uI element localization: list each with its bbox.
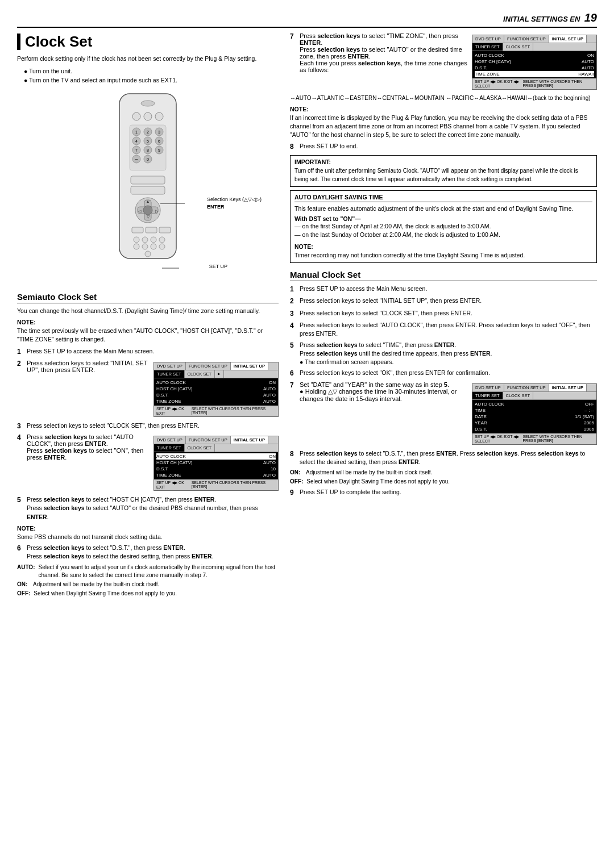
remote-area: 1 2 3 4 5 6 7 xyxy=(17,91,279,285)
dst-on-label: With DST set to "ON"— xyxy=(294,215,361,222)
row-auto-clock: AUTO CLOCK ON xyxy=(156,379,276,386)
step-5: 5 Press selection keys to select "HOST C… xyxy=(17,495,279,521)
svg-text:6: 6 xyxy=(158,139,160,143)
svg-text:1: 1 xyxy=(135,130,138,134)
manual-step-6: 6 Press selection keys to select "OK", t… xyxy=(290,369,597,378)
note-2-text: Some PBS channels do not transmit clock … xyxy=(17,533,279,541)
ui-screen-1: DVD SET UP FUNCTION SET UP INITIAL SET U… xyxy=(154,362,279,417)
auto-item: AUTO: Select if you want to adjust your … xyxy=(17,564,279,579)
step-2-with-screen: 2 Press selection keys to select "INITIA… xyxy=(17,360,279,419)
svg-point-45 xyxy=(134,244,139,249)
svg-point-44 xyxy=(159,237,165,243)
bullet-item-1: Turn on the unit. xyxy=(24,67,279,76)
ui-screen-2: DVD SET UP FUNCTION SET UP INITIAL SET U… xyxy=(154,436,279,491)
screen-4: DVD SET UP FUNCTION SET UP INITIAL SET U… xyxy=(472,381,597,447)
header-title: INITIAL SETTINGS xyxy=(503,15,568,23)
svg-text:3: 3 xyxy=(158,130,160,134)
dst-line1: — on the first Sunday of April at 2:00 A… xyxy=(294,222,592,231)
note-r1-text: If an incorrect time is displayed by the… xyxy=(290,114,597,140)
page-header: INITIAL SETTINGS EN 19 xyxy=(17,11,597,28)
tab-clock-set: CLOCK SET xyxy=(185,370,215,378)
note-daylight: NOTE: xyxy=(294,243,592,250)
manual-step-7-text: Set "DATE" and "YEAR" in the same way as… xyxy=(300,381,467,447)
off-item: OFF: Select when Daylight Saving Time do… xyxy=(17,590,279,598)
manual-step-2: 2 Press selection keys to select "INITIA… xyxy=(290,297,597,306)
semiauto-body: You can change the host channel/D.S.T. (… xyxy=(17,307,279,315)
svg-point-3 xyxy=(144,112,152,120)
manual-step-4-text: Press selection keys to select "AUTO CLO… xyxy=(300,321,597,338)
setup-label: SET UP xyxy=(209,264,227,269)
svg-text:0: 0 xyxy=(147,157,149,161)
tab-dvd-setup: DVD SET UP xyxy=(154,362,186,370)
svg-text:9: 9 xyxy=(158,148,160,152)
page-title: Clock Set xyxy=(17,34,279,50)
bullet-item-2: Turn on the TV and select an input mode … xyxy=(24,76,279,85)
step-6-text: Press selection keys to select "D.S.T.",… xyxy=(27,544,279,561)
row-timezone: TIME ZONE AUTO xyxy=(156,398,276,404)
manual-step-3-text: Press selection keys to select "CLOCK SE… xyxy=(300,309,597,319)
screen-3: DVD SET UP FUNCTION SET UP INITIAL SET U… xyxy=(472,32,597,92)
ui-screen-4: DVD SET UP FUNCTION SET UP INITIAL SET U… xyxy=(472,383,597,445)
svg-rect-28 xyxy=(131,176,165,184)
step-3-text: Press selection keys to select "CLOCK SE… xyxy=(27,422,279,431)
important-title: IMPORTANT: xyxy=(294,158,592,165)
step-1: 1 Press SET UP to access the Main Menu s… xyxy=(17,347,279,357)
svg-text:2: 2 xyxy=(147,130,149,134)
svg-text:7: 7 xyxy=(135,148,138,152)
manual-step-8: 8 Press selection keys to select "D.S.T.… xyxy=(290,449,597,466)
tab-arrow: ▶ xyxy=(215,370,224,378)
daylight-box: AUTO DAYLIGHT SAVING TIME This feature e… xyxy=(290,190,597,263)
svg-point-4 xyxy=(155,112,163,120)
manual-step-9: 9 Press SET UP to complete the setting. xyxy=(290,488,597,498)
intro-text: Perform clock setting only if the clock … xyxy=(17,55,279,63)
row-dst: D.S.T. AUTO xyxy=(156,392,276,398)
screen-2: DVD SET UP FUNCTION SET UP INITIAL SET U… xyxy=(154,433,279,493)
svg-text:8: 8 xyxy=(147,148,149,152)
page: INITIAL SETTINGS EN 19 Clock Set Perform… xyxy=(0,0,614,868)
svg-text:5: 5 xyxy=(147,139,149,143)
manual-step-7-area: 7 Set "DATE" and "YEAR" in the same way … xyxy=(290,381,597,447)
semiauto-steps: 1 Press SET UP to access the Main Menu s… xyxy=(17,347,279,597)
svg-point-46 xyxy=(142,244,148,249)
dst-line2: — on the last Sunday of October at 2:00 … xyxy=(294,231,592,239)
header-en: EN xyxy=(570,15,580,23)
important-box: IMPORTANT: Turn off the unit after perfo… xyxy=(290,155,597,187)
daylight-note: Timer recording may not function correct… xyxy=(294,251,592,260)
manual-section-title: Manual Clock Set xyxy=(290,270,597,281)
step-8-left: 8 Press SET UP to end. xyxy=(290,142,597,152)
step-8-left-text: Press SET UP to end. xyxy=(300,142,597,152)
step-7-area: 7 Press selection keys to select "TIME Z… xyxy=(290,32,597,92)
remote-svg: 1 2 3 4 5 6 7 xyxy=(102,91,193,284)
manual-step-6-text: Press selection keys to select "OK", the… xyxy=(300,369,597,378)
manual-step-1: 1 Press SET UP to access the Main Menu s… xyxy=(290,285,597,294)
timezone-sequence: ↔AUTO↔ATLANTIC↔EASTERN↔CENTRAL↔MOUNTAIN … xyxy=(290,94,597,102)
svg-point-1 xyxy=(141,101,155,106)
manual-step-8-text: Press selection keys to select "D.S.T.",… xyxy=(300,449,597,466)
note-label-1: NOTE: xyxy=(17,319,279,326)
svg-point-2 xyxy=(132,112,140,120)
svg-point-47 xyxy=(151,244,156,249)
manual-step-5-text: Press selection keys to select "TIME", t… xyxy=(300,341,597,367)
manual-steps: 1 Press SET UP to access the Main Menu s… xyxy=(290,285,597,498)
manual-step-3: 3 Press selection keys to select "CLOCK … xyxy=(290,309,597,319)
svg-rect-29 xyxy=(131,186,165,194)
step-3: 3 Press selection keys to select "CLOCK … xyxy=(17,422,279,431)
svg-point-49 xyxy=(145,251,151,257)
important-text: Turn off the unit after performing Semia… xyxy=(294,167,592,183)
svg-point-48 xyxy=(159,244,165,249)
svg-rect-39 xyxy=(146,227,157,233)
step-6: 6 Press selection keys to select "D.S.T.… xyxy=(17,544,279,561)
manual-step-1-text: Press SET UP to access the Main Menu scr… xyxy=(300,285,597,294)
svg-point-42 xyxy=(142,237,148,243)
step-1-text: Press SET UP to access the Main Menu scr… xyxy=(27,347,279,357)
left-column: Clock Set Perform clock setting only if … xyxy=(17,28,279,601)
svg-text:▲: ▲ xyxy=(146,199,150,203)
manual-step-5: 5 Press selection keys to select "TIME",… xyxy=(290,341,597,367)
daylight-body: This feature enables automatic adjustmen… xyxy=(294,205,592,213)
right-column: 7 Press selection keys to select "TIME Z… xyxy=(290,28,597,601)
semiauto-note: The time set previously will be erased w… xyxy=(17,327,279,344)
note-label-r1: NOTE: xyxy=(290,106,597,112)
ui-screen-3: DVD SET UP FUNCTION SET UP INITIAL SET U… xyxy=(472,35,597,90)
manual-off-item: OFF: Select when Daylight Saving Time do… xyxy=(290,478,597,486)
svg-text:–: – xyxy=(135,156,138,162)
